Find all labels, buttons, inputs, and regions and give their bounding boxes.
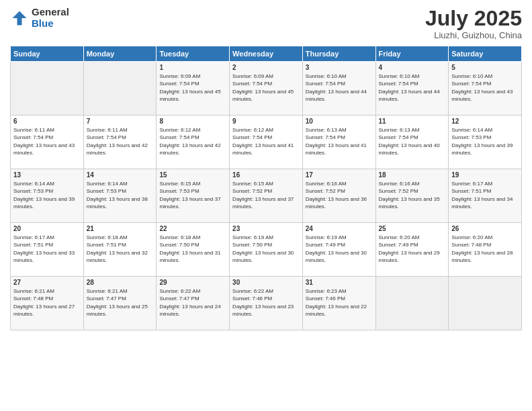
calendar-cell: 28Sunrise: 6:21 AM Sunset: 7:47 PM Dayli…	[83, 277, 157, 330]
calendar-cell: 16Sunrise: 6:15 AM Sunset: 7:52 PM Dayli…	[230, 169, 303, 223]
calendar-week-1: 1Sunrise: 6:09 AM Sunset: 7:54 PM Daylig…	[11, 62, 522, 116]
day-number: 29	[159, 279, 226, 286]
calendar-cell: 24Sunrise: 6:19 AM Sunset: 7:49 PM Dayli…	[302, 223, 375, 277]
calendar-table: Sunday Monday Tuesday Wednesday Thursday…	[10, 46, 522, 330]
day-number: 8	[159, 118, 226, 125]
day-number: 11	[379, 118, 446, 125]
calendar-cell	[449, 277, 522, 330]
day-info: Sunrise: 6:14 AM Sunset: 7:53 PM Dayligh…	[451, 126, 519, 156]
day-info: Sunrise: 6:09 AM Sunset: 7:54 PM Dayligh…	[159, 73, 226, 103]
calendar-cell: 10Sunrise: 6:13 AM Sunset: 7:54 PM Dayli…	[302, 116, 375, 169]
day-info: Sunrise: 6:12 AM Sunset: 7:54 PM Dayligh…	[159, 126, 226, 156]
day-info: Sunrise: 6:21 AM Sunset: 7:47 PM Dayligh…	[87, 287, 154, 318]
calendar-cell: 25Sunrise: 6:20 AM Sunset: 7:49 PM Dayli…	[375, 223, 449, 277]
calendar-cell: 17Sunrise: 6:16 AM Sunset: 7:52 PM Dayli…	[302, 169, 375, 223]
header: General Blue July 2025 Liuzhi, Guizhou, …	[10, 7, 522, 40]
page: General Blue July 2025 Liuzhi, Guizhou, …	[0, 0, 532, 411]
day-info: Sunrise: 6:15 AM Sunset: 7:53 PM Dayligh…	[159, 180, 226, 210]
day-info: Sunrise: 6:17 AM Sunset: 7:51 PM Dayligh…	[451, 180, 519, 210]
day-number: 13	[13, 171, 81, 179]
day-info: Sunrise: 6:18 AM Sunset: 7:51 PM Dayligh…	[87, 234, 154, 264]
calendar-cell: 19Sunrise: 6:17 AM Sunset: 7:51 PM Dayli…	[449, 169, 522, 223]
day-info: Sunrise: 6:10 AM Sunset: 7:54 PM Dayligh…	[306, 73, 373, 103]
day-info: Sunrise: 6:21 AM Sunset: 7:48 PM Dayligh…	[13, 287, 81, 318]
day-number: 19	[451, 171, 519, 179]
day-info: Sunrise: 6:22 AM Sunset: 7:47 PM Dayligh…	[159, 287, 226, 318]
calendar-cell: 8Sunrise: 6:12 AM Sunset: 7:54 PM Daylig…	[157, 116, 230, 169]
calendar-cell: 30Sunrise: 6:22 AM Sunset: 7:46 PM Dayli…	[230, 277, 303, 330]
calendar-cell	[11, 62, 84, 116]
day-info: Sunrise: 6:19 AM Sunset: 7:50 PM Dayligh…	[232, 234, 300, 264]
calendar-cell: 12Sunrise: 6:14 AM Sunset: 7:53 PM Dayli…	[449, 116, 522, 169]
logo-text: General Blue	[32, 7, 69, 29]
th-wednesday: Wednesday	[230, 46, 303, 62]
calendar-cell	[83, 62, 157, 116]
calendar-cell: 29Sunrise: 6:22 AM Sunset: 7:47 PM Dayli…	[157, 277, 230, 330]
calendar-cell: 5Sunrise: 6:10 AM Sunset: 7:54 PM Daylig…	[449, 62, 522, 116]
title-block: July 2025 Liuzhi, Guizhou, China	[425, 7, 522, 40]
calendar-cell: 31Sunrise: 6:23 AM Sunset: 7:46 PM Dayli…	[302, 277, 375, 330]
day-number: 30	[232, 279, 300, 286]
day-info: Sunrise: 6:23 AM Sunset: 7:46 PM Dayligh…	[306, 287, 373, 318]
th-thursday: Thursday	[302, 46, 375, 62]
th-sunday: Sunday	[11, 46, 84, 62]
calendar-cell: 23Sunrise: 6:19 AM Sunset: 7:50 PM Dayli…	[230, 223, 303, 277]
calendar-cell: 13Sunrise: 6:14 AM Sunset: 7:53 PM Dayli…	[11, 169, 84, 223]
calendar-cell: 27Sunrise: 6:21 AM Sunset: 7:48 PM Dayli…	[11, 277, 84, 330]
day-number: 14	[87, 171, 154, 179]
day-number: 4	[379, 64, 446, 71]
day-number: 26	[451, 225, 519, 232]
day-info: Sunrise: 6:11 AM Sunset: 7:54 PM Dayligh…	[13, 126, 81, 156]
day-number: 7	[87, 118, 154, 125]
day-info: Sunrise: 6:17 AM Sunset: 7:51 PM Dayligh…	[13, 234, 81, 264]
calendar-week-3: 13Sunrise: 6:14 AM Sunset: 7:53 PM Dayli…	[11, 169, 522, 223]
day-number: 28	[87, 279, 154, 286]
day-number: 5	[451, 64, 519, 71]
calendar-cell: 26Sunrise: 6:20 AM Sunset: 7:48 PM Dayli…	[449, 223, 522, 277]
day-number: 12	[451, 118, 519, 125]
day-number: 23	[232, 225, 300, 232]
day-info: Sunrise: 6:19 AM Sunset: 7:49 PM Dayligh…	[306, 234, 373, 264]
calendar-cell: 15Sunrise: 6:15 AM Sunset: 7:53 PM Dayli…	[157, 169, 230, 223]
day-number: 24	[306, 225, 373, 232]
day-number: 1	[159, 64, 226, 71]
calendar-cell: 4Sunrise: 6:10 AM Sunset: 7:54 PM Daylig…	[375, 62, 449, 116]
day-info: Sunrise: 6:09 AM Sunset: 7:54 PM Dayligh…	[232, 73, 300, 103]
logo: General Blue	[10, 7, 69, 29]
svg-marker-0	[13, 11, 27, 25]
day-info: Sunrise: 6:11 AM Sunset: 7:54 PM Dayligh…	[87, 126, 154, 156]
day-info: Sunrise: 6:20 AM Sunset: 7:48 PM Dayligh…	[451, 234, 519, 264]
day-number: 22	[159, 225, 226, 232]
day-number: 20	[13, 225, 81, 232]
header-row: Sunday Monday Tuesday Wednesday Thursday…	[11, 46, 522, 62]
day-info: Sunrise: 6:22 AM Sunset: 7:46 PM Dayligh…	[232, 287, 300, 318]
month-title: July 2025	[425, 7, 522, 30]
day-info: Sunrise: 6:10 AM Sunset: 7:54 PM Dayligh…	[379, 73, 446, 103]
calendar-cell: 21Sunrise: 6:18 AM Sunset: 7:51 PM Dayli…	[83, 223, 157, 277]
day-number: 18	[379, 171, 446, 179]
calendar-cell: 1Sunrise: 6:09 AM Sunset: 7:54 PM Daylig…	[157, 62, 230, 116]
calendar-cell: 3Sunrise: 6:10 AM Sunset: 7:54 PM Daylig…	[302, 62, 375, 116]
calendar-cell	[375, 277, 449, 330]
day-info: Sunrise: 6:16 AM Sunset: 7:52 PM Dayligh…	[379, 180, 446, 210]
day-info: Sunrise: 6:10 AM Sunset: 7:54 PM Dayligh…	[451, 73, 519, 103]
day-info: Sunrise: 6:13 AM Sunset: 7:54 PM Dayligh…	[306, 126, 373, 156]
day-number: 3	[306, 64, 373, 71]
day-info: Sunrise: 6:16 AM Sunset: 7:52 PM Dayligh…	[306, 180, 373, 210]
day-info: Sunrise: 6:14 AM Sunset: 7:53 PM Dayligh…	[13, 180, 81, 210]
day-info: Sunrise: 6:20 AM Sunset: 7:49 PM Dayligh…	[379, 234, 446, 264]
calendar-cell: 20Sunrise: 6:17 AM Sunset: 7:51 PM Dayli…	[11, 223, 84, 277]
day-number: 9	[232, 118, 300, 125]
location: Liuzhi, Guizhou, China	[425, 30, 522, 40]
calendar-cell: 22Sunrise: 6:18 AM Sunset: 7:50 PM Dayli…	[157, 223, 230, 277]
calendar-week-2: 6Sunrise: 6:11 AM Sunset: 7:54 PM Daylig…	[11, 116, 522, 169]
calendar-week-5: 27Sunrise: 6:21 AM Sunset: 7:48 PM Dayli…	[11, 277, 522, 330]
day-info: Sunrise: 6:15 AM Sunset: 7:52 PM Dayligh…	[232, 180, 300, 210]
calendar-cell: 18Sunrise: 6:16 AM Sunset: 7:52 PM Dayli…	[375, 169, 449, 223]
day-info: Sunrise: 6:12 AM Sunset: 7:54 PM Dayligh…	[232, 126, 300, 156]
calendar-week-4: 20Sunrise: 6:17 AM Sunset: 7:51 PM Dayli…	[11, 223, 522, 277]
th-saturday: Saturday	[449, 46, 522, 62]
day-number: 10	[306, 118, 373, 125]
day-number: 31	[306, 279, 373, 286]
th-tuesday: Tuesday	[157, 46, 230, 62]
